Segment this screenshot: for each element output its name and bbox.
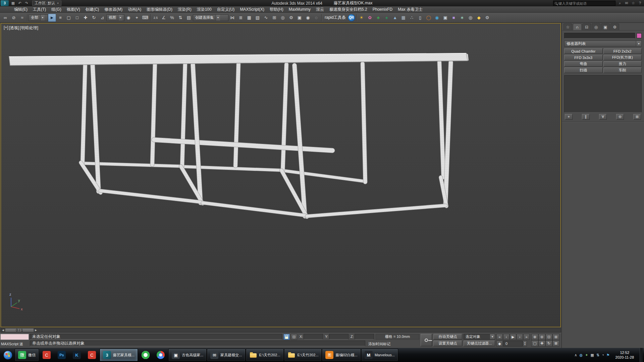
tray-icon[interactable]: ⚑ xyxy=(606,353,610,357)
menu-item[interactable]: 渲染100 xyxy=(194,6,214,12)
bind-to-space-warp-icon[interactable]: ≈ xyxy=(18,14,26,22)
plugin-monitor-icon[interactable]: ▣ xyxy=(441,14,449,22)
favorites-icon[interactable]: ☆ xyxy=(631,1,636,5)
zoom-icon[interactable]: ⊕ xyxy=(531,334,538,340)
taskbar-item-gallery[interactable]: ▣ 古色高级家... xyxy=(168,349,207,361)
plugin-phone-icon[interactable]: ▯ xyxy=(416,14,424,22)
menu-item[interactable]: Max 杀毒卫士 xyxy=(395,6,425,12)
modifier-button[interactable]: 推力 xyxy=(603,61,642,67)
set-keys-button[interactable] xyxy=(421,334,432,346)
select-and-move-icon[interactable]: ✚ xyxy=(82,14,90,22)
tab-display[interactable]: ▣ xyxy=(601,23,610,30)
render-iterative-icon[interactable]: ◌ xyxy=(312,14,320,22)
tray-icon[interactable]: ▦ xyxy=(590,353,594,357)
frame-forward-arrow[interactable]: ► xyxy=(34,328,38,332)
go-to-start-button[interactable]: « xyxy=(496,334,503,340)
make-unique-icon[interactable]: ∀ xyxy=(599,114,607,120)
undo-icon[interactable]: ↶ xyxy=(17,1,23,5)
taskbar-item-image-viewer[interactable]: 图 藤编02白模... xyxy=(322,349,361,361)
current-frame-field[interactable]: 0 xyxy=(503,341,523,347)
plugin-flower-icon[interactable]: ✿ xyxy=(366,14,374,22)
selection-region-icon[interactable]: ▢ xyxy=(65,14,73,22)
menu-item[interactable]: MAXScript(X) xyxy=(237,6,267,12)
tab-create[interactable]: ☆ xyxy=(564,23,572,30)
menu-item[interactable]: 编辑(E) xyxy=(11,6,30,12)
zoom-extents-icon[interactable]: ⊡ xyxy=(545,334,552,340)
taskbar-item-chrome[interactable] xyxy=(153,349,168,361)
menu-item[interactable]: 修改器(M) xyxy=(102,6,125,12)
taskbar-item-wechat[interactable]: 微 微信 xyxy=(15,349,39,361)
perspective-viewport[interactable]: [+][透视][明暗处理] xyxy=(1,23,561,327)
plugin-water-icon[interactable]: ◉ xyxy=(433,14,441,22)
help-icon[interactable]: ? xyxy=(637,1,643,5)
unlink-selection-icon[interactable]: ⊘ xyxy=(10,14,18,22)
workspace-selector[interactable]: 工作区: 默认 ▼ xyxy=(32,1,61,6)
absolute-mode-toggle-icon[interactable]: ⊡ xyxy=(291,334,297,340)
use-pivot-center-icon[interactable]: ◉ xyxy=(124,14,132,22)
viewport-canvas[interactable]: z x y xyxy=(1,23,560,327)
modifier-button[interactable]: 车削 xyxy=(603,67,642,73)
tab-motion[interactable]: ◎ xyxy=(592,23,600,30)
modifier-stack-list[interactable] xyxy=(564,75,642,113)
curve-editor-icon[interactable]: ∿ xyxy=(262,14,270,22)
modifier-button[interactable]: 弯曲 xyxy=(564,61,603,67)
menu-item[interactable]: 动画(A) xyxy=(125,6,144,12)
taskbar-item-photoshop[interactable]: Ps xyxy=(54,349,69,361)
previous-frame-button[interactable]: ‹ xyxy=(503,334,509,340)
plugin-box-icon[interactable]: ■ xyxy=(450,14,458,22)
select-object-icon[interactable]: ► xyxy=(48,14,56,22)
select-and-link-icon[interactable]: ∞ xyxy=(1,14,9,22)
menu-item[interactable]: 视图(V) xyxy=(64,6,83,12)
play-button[interactable]: ▶ xyxy=(510,334,516,340)
key-filter-scope-dropdown[interactable]: 选定对象 ▼ xyxy=(464,334,495,340)
maxscript-mini-recorder[interactable] xyxy=(0,334,29,340)
tab-modify[interactable]: ∩ xyxy=(573,23,582,30)
communication-center-icon[interactable]: ✉ xyxy=(624,1,629,5)
menu-item[interactable]: 渲云 xyxy=(313,6,327,12)
plugin-key-icon[interactable]: ◆ xyxy=(475,14,483,22)
redo-icon[interactable]: ↷ xyxy=(23,1,30,5)
search-input[interactable] xyxy=(558,1,614,5)
modifier-button[interactable]: FFD 2x2x2 xyxy=(603,48,642,54)
next-frame-button[interactable]: › xyxy=(517,334,523,340)
add-time-tag[interactable]: 添加时间标记 xyxy=(368,342,390,347)
qr-button[interactable]: QR xyxy=(348,14,355,21)
reference-coordinate-dropdown[interactable]: 视图 ▼ xyxy=(106,14,124,21)
plugin-camera-icon[interactable]: ◎ xyxy=(467,14,475,22)
tab-hierarchy[interactable]: ⊟ xyxy=(582,23,591,30)
go-to-end-button[interactable]: » xyxy=(523,334,530,340)
selection-lock-toggle[interactable] xyxy=(283,334,290,340)
orbit-icon[interactable]: ↻ xyxy=(545,340,552,347)
coord-z-field[interactable] xyxy=(355,334,374,340)
layer-manager-icon[interactable]: ▦ xyxy=(245,14,253,22)
tab-utilities[interactable]: ⚙ xyxy=(610,23,619,30)
viewport-label-tag[interactable]: [透视] xyxy=(9,25,19,31)
ribbon-toggle-icon[interactable]: ▧ xyxy=(254,14,262,22)
select-by-name-icon[interactable]: ≡ xyxy=(56,14,64,22)
plugin-scatter-icon[interactable]: ∴ xyxy=(408,14,416,22)
key-mode-toggle-icon[interactable]: ◆ xyxy=(496,341,503,347)
taskbar-item-folder-2[interactable]: E:\天竹202... xyxy=(284,349,322,361)
named-selection-sets-dropdown[interactable]: 创建选择集 ▼ xyxy=(193,14,228,21)
plugin-ring-icon[interactable]: ◯ xyxy=(425,14,433,22)
tray-icon[interactable]: ◍ xyxy=(580,353,583,357)
percent-snap-icon[interactable]: % xyxy=(168,14,176,22)
selection-filter-dropdown[interactable]: 全部 ▼ xyxy=(29,14,48,21)
modifier-button[interactable]: 扫描 xyxy=(564,67,603,73)
time-slider-track[interactable]: ◄ 0 / 1 ► xyxy=(1,328,561,333)
set-key-button[interactable]: 设置关键点 xyxy=(433,341,462,346)
zoom-region-icon[interactable]: ▢ xyxy=(531,340,538,347)
modifier-button[interactable]: FFD 3x3x3 xyxy=(564,55,603,60)
plugin-grid-icon[interactable]: ▦ xyxy=(399,14,408,22)
coord-x-field[interactable] xyxy=(304,334,323,340)
tray-icon[interactable]: ✦ xyxy=(585,353,588,357)
plugin-gear-icon[interactable]: ⚙ xyxy=(483,14,491,22)
menu-item[interactable]: 工具(T) xyxy=(30,6,49,12)
menu-item[interactable]: 自定义(U) xyxy=(214,6,237,12)
plugin-tree-icon[interactable]: ♣ xyxy=(374,14,382,22)
snap-toggle-icon[interactable]: 2.5 xyxy=(152,14,160,22)
coord-y-field[interactable] xyxy=(329,334,348,340)
edit-named-sets-icon[interactable]: ▤ xyxy=(185,14,193,22)
taskbar-item-app-c1[interactable]: C xyxy=(39,349,54,361)
save-icon[interactable]: ▦ xyxy=(10,1,16,5)
